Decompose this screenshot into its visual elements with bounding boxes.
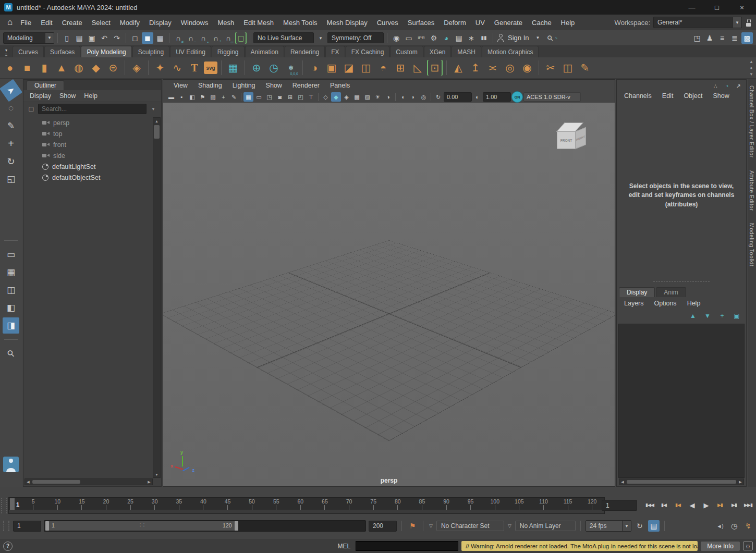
live-surface-field[interactable]: No Live Surface (253, 32, 314, 43)
shelf-tab-fx-caching[interactable]: FX Caching (346, 46, 390, 57)
two-pane-layout-button[interactable]: ◫ (3, 282, 19, 298)
menu-file[interactable]: File (16, 15, 36, 30)
view-cube-right-face[interactable]: RIGHT (575, 127, 586, 149)
snap-point-icon[interactable]: ∩• (198, 32, 209, 44)
scroll-right-icon[interactable]: ▶ (737, 479, 743, 485)
bevel-icon[interactable]: ◭ (450, 60, 466, 76)
exposure-field[interactable]: 0.00 (444, 92, 472, 102)
booleans-icon[interactable]: ◑ (307, 60, 322, 76)
sweep-mesh-icon[interactable]: ▦ (225, 60, 241, 76)
close-button[interactable]: × (736, 2, 748, 13)
zoom-tool-icon[interactable]: ⚲ (0, 342, 22, 365)
viewport-menu-panels[interactable]: Panels (325, 82, 355, 89)
step-forward-key-button[interactable]: ▶▮ (713, 499, 727, 511)
channel-graph-icon[interactable]: ↗ (734, 82, 743, 90)
platonic-solid-icon[interactable]: ◈ (129, 60, 144, 76)
view-cube-front-face[interactable]: FRONT (557, 131, 576, 149)
outliner-menu-display[interactable]: Display (26, 92, 55, 100)
multi-cut-icon[interactable]: ✂ (543, 60, 558, 76)
audio-icon[interactable]: ◄) (714, 520, 726, 532)
scroll-up-icon[interactable]: ▲ (153, 118, 160, 124)
add-bookmark-icon[interactable]: ⚑ (407, 520, 418, 532)
shelf-tab-fx[interactable]: FX (325, 46, 345, 57)
light-editor-icon[interactable]: ▤ (453, 32, 465, 44)
quad-draw-icon[interactable]: ✎ (577, 60, 593, 76)
poly-disc-icon[interactable]: ⊜ (105, 60, 121, 76)
menu-generate[interactable]: Generate (490, 15, 527, 30)
viewport-menu-lighting[interactable]: Lighting (227, 82, 261, 89)
layer-move-down-icon[interactable]: ▼ (702, 311, 713, 321)
contrast-icon[interactable]: ◐ (472, 92, 482, 102)
scale-tool[interactable]: ◱ (3, 171, 19, 187)
viewport-canvas[interactable]: FRONT RIGHT y x z persp (163, 103, 615, 486)
poly-sphere-icon[interactable]: ● (2, 60, 18, 76)
sync-time-icon[interactable]: ◷ (728, 520, 740, 532)
smooth-shade-icon[interactable]: ◆ (331, 92, 341, 102)
outliner-persp-layout-button[interactable]: ◨ (3, 317, 19, 334)
menu-help[interactable]: Help (556, 15, 580, 30)
hypershade-icon[interactable]: ◕ (441, 32, 452, 44)
anim-layer-select[interactable]: No Anim Layer (515, 521, 576, 531)
menu-display[interactable]: Display (144, 15, 176, 30)
grid-icon[interactable]: ▦ (243, 92, 253, 102)
shelf-tab-curves[interactable]: Curves (13, 46, 44, 57)
play-forward-button[interactable]: ▶ (699, 499, 713, 511)
bridge-icon[interactable]: ≍ (485, 60, 501, 76)
open-scene-icon[interactable]: ▤ (74, 32, 85, 44)
step-back-frame-button[interactable]: ▮◀ (657, 499, 670, 511)
redo-icon[interactable]: ↷ (111, 32, 123, 44)
attribute-editor-icon[interactable]: ≣ (729, 32, 740, 44)
channel-speed-icon[interactable]: ◔ (722, 82, 731, 90)
playback-loop-icon[interactable]: ↻ (634, 520, 645, 532)
outliner-item-persp[interactable]: persp (25, 117, 153, 128)
view-transform-field[interactable]: ACES 1.0 SDR-v (523, 92, 581, 102)
snap-view-plane-icon[interactable]: ∩▱ (223, 32, 234, 44)
shelf-tab-animation[interactable]: Animation (245, 46, 284, 57)
separate-icon[interactable]: ◪ (341, 60, 357, 76)
play-backwards-button[interactable]: ◀ (685, 499, 699, 511)
field-chart-icon[interactable]: ⊞ (285, 92, 295, 102)
combine-icon[interactable]: ▣ (324, 60, 339, 76)
channel-stats-icon[interactable]: ∴ (711, 82, 720, 90)
channel-box-horizontal-scrollbar[interactable]: ◀ ▶ (619, 478, 744, 485)
scroll-thumb[interactable] (627, 480, 736, 484)
outliner-search-arrow-icon[interactable]: ▼ (149, 104, 158, 114)
menu-set-select-arrow-icon[interactable]: ▼ (45, 33, 54, 43)
poly-plane-icon[interactable]: ◆ (88, 60, 104, 76)
step-back-key-button[interactable]: ▮◀ (671, 499, 685, 511)
split-pane-layout-button[interactable]: ◧ (3, 300, 19, 316)
user-avatar[interactable] (3, 457, 19, 472)
isolate-select-icon[interactable]: ◎ (419, 92, 429, 102)
backface-culling-icon[interactable]: ◗ (408, 92, 418, 102)
shelf-tab-uv-editing[interactable]: UV Editing (170, 46, 211, 57)
menu-uv[interactable]: UV (471, 15, 490, 30)
grease-pencil-icon[interactable]: ✎ (229, 92, 239, 102)
poly-torus-icon[interactable]: ◍ (71, 60, 87, 76)
channel-box-icon[interactable]: ≡ (716, 32, 728, 44)
range-end-handle[interactable] (235, 521, 238, 531)
select-hierarchy-icon[interactable]: ◻ (129, 32, 141, 44)
poly-cone-icon[interactable]: ▲ (54, 60, 69, 76)
shelf-scroll-knob[interactable]: ● (748, 65, 755, 71)
smooth-icon[interactable]: ◓ (375, 60, 391, 76)
wireframe-icon[interactable]: ◇ (321, 92, 331, 102)
display-layers-icon[interactable]: ▩ (741, 32, 753, 44)
fps-select-arrow-icon[interactable]: ▼ (622, 521, 631, 531)
outliner-tab[interactable]: Outliner (27, 80, 64, 90)
drag-grip[interactable] (1, 498, 7, 513)
layer-menu-help[interactable]: Help (682, 300, 706, 307)
single-pane-layout-button[interactable]: ▭ (3, 247, 19, 263)
viewport-menu-shading[interactable]: Shading (193, 82, 227, 89)
lock-camera-icon[interactable]: ▪ (177, 92, 187, 102)
evaluation-icon[interactable]: ↯ (742, 520, 754, 532)
playhead[interactable] (10, 498, 15, 510)
type-tool-icon[interactable]: T (187, 60, 202, 76)
shelf-tab-surfaces[interactable]: Surfaces (44, 46, 80, 57)
character-set-select-arrow-icon[interactable]: ▽ (429, 523, 433, 529)
quadrangulate-icon[interactable]: ⊡ (427, 60, 443, 76)
shelf-scroll-up-icon[interactable]: ▲ (748, 58, 755, 65)
new-scene-icon[interactable]: ▯ (61, 32, 72, 44)
shelf-tab-motion-graphics[interactable]: Motion Graphics (482, 46, 539, 57)
live-surface-arrow-icon[interactable]: ▾ (315, 32, 326, 44)
shelf-tab-rendering[interactable]: Rendering (285, 46, 325, 57)
